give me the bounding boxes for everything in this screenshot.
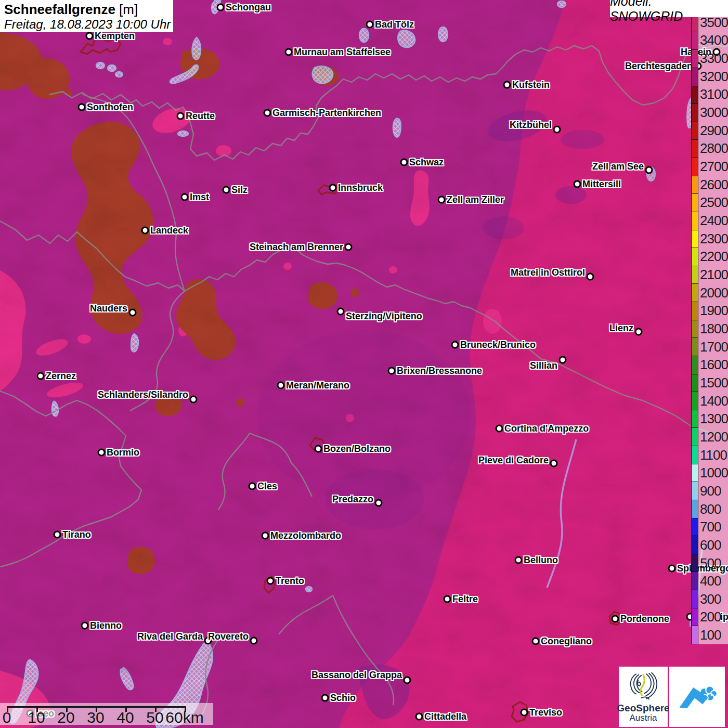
legend-value: 3100	[700, 86, 728, 104]
city-dot	[54, 531, 61, 539]
city-label: Schio	[330, 693, 356, 703]
city-label: Sterzing/Vipiteno	[346, 311, 422, 321]
city-label: Pieve di Cadore	[478, 456, 549, 465]
city-label: Landeck	[150, 226, 188, 235]
city-label: Bad Tölz	[375, 20, 414, 29]
legend-value: 2900	[700, 122, 728, 140]
city-label: Berchtesgaden	[625, 61, 693, 71]
legend-value: 3000	[700, 103, 728, 122]
legend-color-cell	[692, 68, 698, 86]
city-dot	[98, 449, 106, 457]
city-dot	[438, 196, 446, 204]
city-label: Bienno	[90, 621, 122, 630]
scale-tick-label: 30	[87, 709, 104, 726]
city-dot	[329, 184, 337, 192]
city-label: Trento	[276, 576, 304, 586]
legend-color-cell	[692, 49, 698, 68]
city-dot	[81, 622, 89, 630]
city-dot	[612, 615, 619, 623]
map-datetime: Freitag, 18.08.2023 10:00 Uhr	[4, 17, 173, 32]
legend-value: 500	[700, 554, 728, 573]
city-label: Mittersill	[582, 179, 621, 189]
legend-color-cell	[692, 212, 698, 230]
legend-value: 2500	[700, 194, 728, 212]
legend-value: 1900	[700, 302, 728, 320]
snowfall-map: SchongauBad TölzKemptenMurnau am Staffel…	[0, 0, 728, 728]
city-dot	[250, 637, 258, 645]
city-dot	[521, 709, 528, 717]
scale-tick-label: 10	[28, 709, 45, 726]
city-dot	[190, 396, 198, 404]
city-dot	[337, 308, 345, 316]
legend-value: 2800	[700, 140, 728, 158]
city-label: Sonthofen	[87, 102, 133, 112]
legend-color-cell	[692, 464, 698, 482]
legend-value: 2700	[700, 158, 728, 176]
legend-value: 1500	[700, 374, 728, 392]
city-dot	[285, 48, 293, 56]
city-dot	[550, 460, 558, 467]
city-dot	[321, 694, 329, 702]
city-label: Predazzo	[332, 495, 373, 504]
city-dot	[267, 577, 275, 585]
city-label: Tirano	[62, 530, 91, 539]
legend-color-cell	[692, 482, 698, 500]
city-dot	[415, 713, 423, 721]
legend-color-cell	[692, 626, 698, 644]
legend-value: 2400	[700, 212, 728, 230]
legend-value: 1600	[700, 356, 728, 374]
city-dot	[404, 677, 411, 684]
legend-value: 600	[700, 536, 728, 554]
map-title: Schneefallgrenze [m]	[4, 2, 173, 17]
city-dot	[559, 356, 567, 364]
legend-value: 2600	[700, 176, 728, 194]
legend-color-cell	[692, 302, 698, 320]
legend-color-cell	[692, 193, 698, 212]
city-dot	[315, 445, 322, 453]
city-label: Nauders	[90, 304, 127, 313]
scale-tick-label: 50	[146, 709, 163, 726]
city-label: Matrei in Osttirol	[511, 268, 585, 277]
geosphere-logo-box: GeoSphere Austria	[619, 667, 668, 727]
legend-color-cell	[692, 410, 698, 428]
city-label: Schlanders/Silandro	[98, 390, 188, 399]
city-label: Kitzbühel	[510, 120, 552, 129]
legend-value: 300	[700, 590, 728, 608]
legend-value: 1100	[700, 446, 728, 464]
city-dot	[532, 638, 540, 645]
mountain-cloud-icon	[675, 674, 720, 719]
legend-colorbar	[691, 14, 698, 644]
legend-value: 200	[700, 608, 728, 627]
city-dot	[223, 186, 230, 194]
city-label: Meran/Merano	[286, 381, 349, 390]
legend-value: 1800	[700, 320, 728, 338]
legend-value: 2100	[700, 266, 728, 284]
city-label: Brixen/Bressanone	[397, 366, 482, 375]
geosphere-wordmark: GeoSphere	[617, 703, 669, 713]
legend-color-cell	[692, 554, 698, 572]
scale-bar: 0102030405060km	[0, 703, 213, 725]
legend-value: 3400	[700, 32, 728, 50]
city-label: Mezzolombardo	[270, 531, 341, 540]
legend-value: 1700	[700, 338, 728, 356]
legend-color-cell	[692, 608, 698, 626]
legend-value: 3200	[700, 68, 728, 86]
legend-color-cell	[692, 283, 698, 302]
city-dot	[277, 382, 285, 389]
legend-color-cell	[692, 122, 698, 140]
city-label: Zernez	[46, 371, 76, 381]
city-label: Schongau	[226, 3, 271, 12]
city-dot	[262, 532, 269, 540]
legend-value: 1000	[700, 464, 728, 482]
city-label: Bruneck/Brunico	[460, 340, 536, 349]
legend-color-cell	[692, 446, 698, 464]
legend-color-cell	[692, 176, 698, 194]
city-label: Zell am Ziller	[447, 195, 504, 204]
city-dot	[37, 372, 45, 380]
scale-tick-label: 0	[3, 709, 11, 726]
city-label: Treviso	[529, 708, 562, 717]
city-label: Rovereto	[208, 632, 249, 641]
city-dot	[451, 341, 459, 349]
partner-logo-box	[669, 667, 725, 727]
city-dot	[645, 166, 653, 174]
